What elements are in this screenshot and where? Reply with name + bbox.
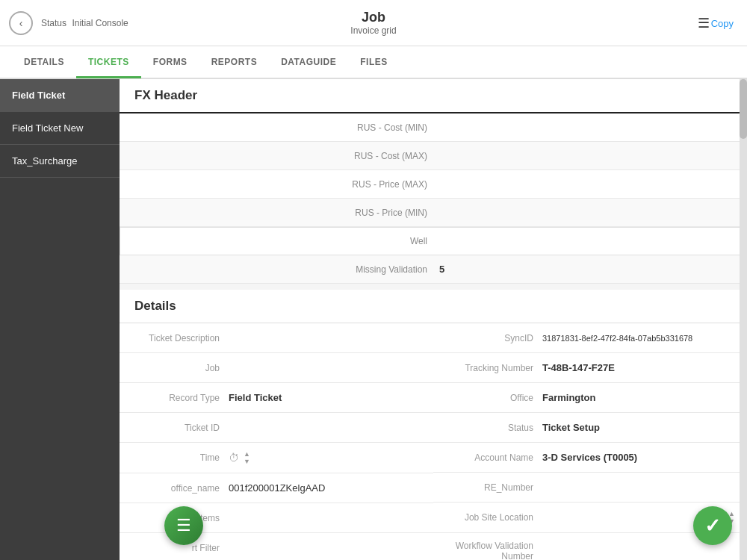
value-office-name: 001f200001ZKelgAAD	[229, 482, 421, 494]
label-re-number: RE_Number	[445, 482, 542, 493]
value-status: Ticket Setup	[542, 422, 735, 433]
detail-job: Job	[120, 353, 433, 383]
sidebar-item-field-ticket[interactable]: Field Ticket	[0, 79, 120, 112]
details-grid: Ticket Description Job Record Type Field…	[120, 323, 747, 560]
detail-re-number: RE_Number	[433, 473, 747, 503]
value-missing-validation: 5	[439, 264, 732, 275]
details-section: Details Ticket Description Job	[120, 290, 747, 560]
header-title-block: Job Invoice grid	[350, 10, 396, 36]
fx-header-title: FX Header	[120, 79, 747, 113]
fab-menu-button[interactable]	[164, 506, 203, 545]
value-office: Farmington	[542, 392, 735, 403]
details-title: Details	[120, 290, 747, 323]
detail-ticket-id: Ticket ID	[120, 413, 433, 443]
label-job-site-location: Job Site Location	[445, 512, 542, 523]
fab-check-button[interactable]	[693, 506, 732, 545]
detail-syncid: SyncID 31871831-8ef2-47f2-84fa-07ab5b331…	[433, 323, 747, 353]
fx-header-section: FX Header RUS - Cost (MIN) RUS - Cost (M…	[120, 79, 747, 284]
detail-account-name: Account Name 3-D Services (T0005)	[433, 443, 747, 473]
vertical-scrollbar[interactable]	[740, 79, 747, 560]
content-wrapper: FX Header RUS - Cost (MIN) RUS - Cost (M…	[120, 79, 747, 560]
detail-office: Office Farmington	[433, 383, 747, 413]
tab-reports[interactable]: REPORTS	[199, 48, 270, 78]
detail-tracking-number: Tracking Number T-48B-147-F27E	[433, 353, 747, 383]
content-area: FX Header RUS - Cost (MIN) RUS - Cost (M…	[120, 79, 747, 560]
copy-button[interactable]: Copy	[705, 0, 740, 46]
scroll-thumb[interactable]	[740, 79, 747, 139]
tab-files[interactable]: FILES	[348, 48, 400, 78]
time-stepper[interactable]: ▲▼	[244, 450, 250, 465]
sidebar-item-tax-surcharge[interactable]: Tax_Surcharge	[0, 145, 120, 178]
tab-forms[interactable]: FORMS	[141, 48, 199, 78]
label-account-name: Account Name	[445, 452, 542, 463]
value-syncid: 31871831-8ef2-47f2-84fa-07ab5b331678	[542, 334, 735, 343]
form-row-rus-cost-min: RUS - Cost (MIN)	[120, 113, 747, 142]
header-status: Status Initial Console	[41, 18, 131, 28]
label-missing-validation: Missing Validation	[134, 264, 439, 275]
value-tracking-number: T-48B-147-F27E	[542, 362, 735, 373]
form-row-rus-price-min: RUS - Price (MIN)	[120, 199, 747, 227]
detail-time: Time ⏱ ▲▼	[120, 443, 433, 473]
label-ticket-id: Ticket ID	[131, 423, 229, 433]
label-office-name: office_name	[131, 483, 229, 494]
detail-ticket-description: Ticket Description	[120, 323, 433, 353]
form-row-rus-price-max: RUS - Price (MAX)	[120, 170, 747, 199]
label-office: Office	[445, 393, 542, 403]
label-job: Job	[131, 363, 229, 373]
label-rus-cost-min: RUS - Cost (MIN)	[134, 122, 439, 133]
label-ticket-description: Ticket Description	[131, 333, 229, 343]
label-workflow-validation: Workflow Validation Number	[445, 541, 542, 560]
page-title: Job	[350, 10, 396, 25]
value-account-name: 3-D Services (T0005)	[542, 452, 735, 463]
tab-details[interactable]: DETAILS	[12, 48, 76, 78]
detail-office-name: office_name 001f200001ZKelgAAD	[120, 473, 433, 503]
detail-status: Status Ticket Setup	[433, 413, 747, 443]
detail-rt-filter: rt Filter	[120, 533, 433, 560]
back-button[interactable]: ‹	[9, 11, 33, 35]
value-time[interactable]: ⏱ ▲▼	[229, 450, 421, 465]
label-syncid: SyncID	[445, 333, 542, 343]
form-row-rus-cost-max: RUS - Cost (MAX)	[120, 142, 747, 170]
tab-bar: DETAILS TICKETS FORMS REPORTS DATAGUIDE …	[0, 46, 747, 79]
label-tracking-number: Tracking Number	[445, 363, 542, 373]
label-rus-cost-max: RUS - Cost (MAX)	[134, 151, 439, 161]
value-record-type: Field Ticket	[229, 392, 421, 403]
time-icon: ⏱	[229, 452, 239, 464]
label-status: Status	[445, 423, 542, 433]
main-content: Field Ticket Field Ticket New Tax_Surcha…	[0, 79, 747, 560]
label-rus-price-max: RUS - Price (MAX)	[134, 179, 439, 190]
form-row-well: Well	[120, 227, 747, 255]
status-label: Status	[41, 18, 66, 28]
status-value: Initial Console	[72, 18, 128, 28]
tab-tickets[interactable]: TICKETS	[76, 48, 141, 78]
page-subtitle: Invoice grid	[350, 25, 396, 36]
sidebar-item-field-ticket-new[interactable]: Field Ticket New	[0, 112, 120, 145]
label-time: Time	[131, 452, 229, 463]
label-record-type: Record Type	[131, 393, 229, 403]
label-well: Well	[135, 236, 439, 246]
form-row-missing-validation: Missing Validation 5	[120, 255, 747, 284]
detail-record-type: Record Type Field Ticket	[120, 383, 433, 413]
header: ‹ Status Initial Console Job Invoice gri…	[0, 0, 747, 46]
sidebar: Field Ticket Field Ticket New Tax_Surcha…	[0, 79, 120, 560]
tab-dataguide[interactable]: DATAGUIDE	[269, 48, 348, 78]
label-rus-price-min: RUS - Price (MIN)	[134, 208, 439, 218]
